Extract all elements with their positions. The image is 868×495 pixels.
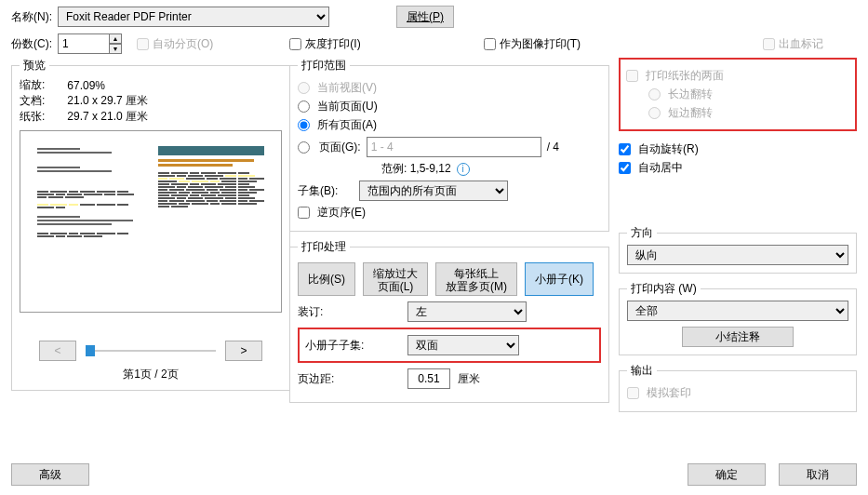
grayscale-checkbox[interactable]: 灰度打印(I)	[289, 36, 360, 52]
pages-total: / 4	[547, 140, 559, 154]
summarize-comments-button[interactable]: 小结注释	[682, 327, 794, 347]
tab-fit[interactable]: 缩放过大 页面(L)	[363, 262, 428, 296]
print-range-legend: 打印范围	[298, 58, 350, 74]
paper-size-label: 纸张:	[20, 109, 45, 125]
print-range-group: 打印范围 当前视图(V) 当前页面(U) 所有页面(A) 页面(G): / 4 …	[289, 58, 609, 232]
zoom-label: 缩放:	[20, 77, 45, 93]
tab-multiple[interactable]: 每张纸上 放置多页(M)	[435, 262, 517, 296]
zoom-value: 67.09%	[67, 79, 105, 92]
next-page-button[interactable]: >	[225, 341, 262, 361]
margin-input[interactable]	[407, 368, 450, 389]
margin-label: 页边距:	[298, 371, 400, 387]
preview-legend: 预览	[20, 58, 49, 74]
duplex-checkbox	[626, 70, 638, 82]
printer-name-label: 名称(N):	[11, 9, 52, 25]
orientation-group: 方向 纵向	[619, 225, 857, 274]
orientation-select[interactable]: 纵向	[627, 245, 848, 265]
info-icon[interactable]: i	[457, 163, 470, 176]
doc-size-label: 文档:	[20, 93, 45, 109]
subset-label: 子集(B):	[298, 183, 354, 199]
print-what-legend: 打印内容 (W)	[627, 281, 701, 297]
tab-booklet[interactable]: 小册子(K)	[525, 262, 594, 296]
output-group: 输出 模拟套印	[619, 363, 857, 412]
doc-size-value: 21.0 x 29.7 厘米	[67, 93, 148, 109]
output-legend: 输出	[627, 363, 657, 379]
pages-hint: 范例: 1,5-9,12	[381, 161, 451, 177]
print-handling-group: 打印处理 比例(S) 缩放过大 页面(L) 每张纸上 放置多页(M) 小册子(K…	[289, 239, 609, 403]
properties-button[interactable]: 属性(P)	[396, 6, 454, 28]
ok-button[interactable]: 确定	[688, 463, 766, 486]
print-what-group: 打印内容 (W) 全部 小结注释	[619, 281, 857, 355]
booklet-subset-select[interactable]: 双面	[407, 335, 519, 355]
copies-spinner[interactable]: ▲▼	[109, 33, 122, 54]
short-edge-radio	[648, 107, 661, 119]
simulate-overprint-checkbox	[627, 387, 639, 399]
margin-unit: 厘米	[458, 371, 480, 387]
advanced-button[interactable]: 高级	[11, 463, 89, 486]
page-slider[interactable]	[86, 341, 216, 360]
copies-input[interactable]	[58, 33, 110, 54]
print-as-image-checkbox[interactable]: 作为图像打印(T)	[484, 36, 581, 52]
auto-rotate-checkbox[interactable]	[619, 143, 631, 155]
paper-size-value: 29.7 x 21.0 厘米	[67, 109, 148, 125]
copies-label: 份数(C):	[11, 36, 52, 52]
pages-input	[367, 137, 541, 157]
subset-select[interactable]: 范围内的所有页面	[359, 181, 508, 201]
binding-select[interactable]: 左	[407, 301, 527, 322]
collate-checkbox: 自动分页(O)	[137, 36, 213, 52]
bleed-marks-checkbox: 出血标记	[763, 36, 823, 52]
prev-page-button[interactable]: <	[39, 341, 76, 361]
binding-label: 装订:	[298, 304, 400, 320]
current-page-radio[interactable]	[298, 100, 310, 113]
print-what-select[interactable]: 全部	[627, 301, 848, 321]
booklet-subset-label: 小册子子集:	[305, 338, 400, 354]
current-view-radio	[298, 82, 310, 94]
printer-select[interactable]: Foxit Reader PDF Printer	[58, 7, 329, 27]
orientation-legend: 方向	[627, 225, 657, 241]
cancel-button[interactable]: 取消	[779, 463, 857, 486]
print-handling-legend: 打印处理	[298, 239, 350, 255]
all-pages-radio[interactable]	[298, 119, 310, 131]
auto-center-checkbox[interactable]	[619, 162, 631, 174]
long-edge-radio	[648, 88, 661, 100]
preview-group: 预览 缩放:67.09% 文档:21.0 x 29.7 厘米 纸张:29.7 x…	[11, 58, 290, 391]
tab-scale[interactable]: 比例(S)	[298, 262, 355, 296]
preview-thumbnail	[20, 130, 282, 313]
reverse-order-checkbox[interactable]	[298, 207, 310, 219]
pages-radio[interactable]	[298, 141, 310, 154]
page-status: 第1页 / 2页	[20, 367, 282, 382]
